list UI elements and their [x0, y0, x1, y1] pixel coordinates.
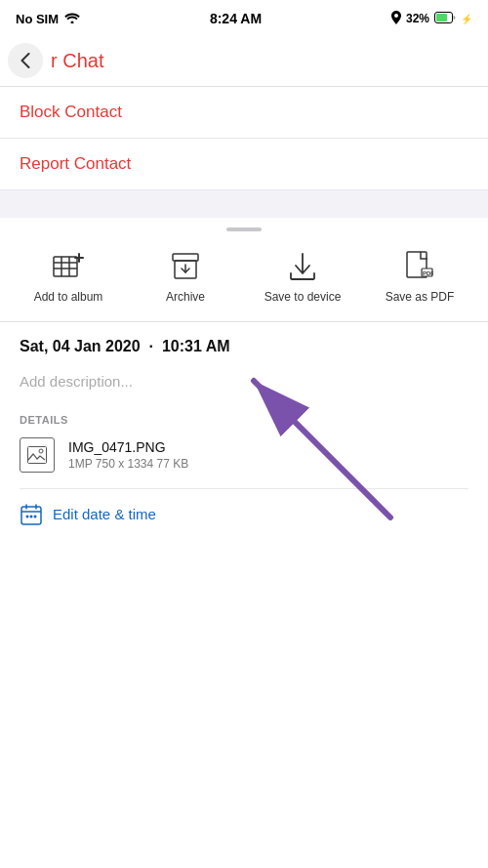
- block-contact-label: Block Contact: [20, 103, 122, 121]
- file-name: IMG_0471.PNG: [68, 439, 188, 455]
- svg-rect-9: [173, 254, 198, 261]
- status-left: No SIM: [16, 12, 80, 26]
- edit-date-text: Edit date & time: [53, 506, 156, 522]
- description-placeholder[interactable]: Add description...: [20, 373, 133, 390]
- battery-percent: 32%: [406, 12, 429, 25]
- save-as-pdf-button[interactable]: PDF Save as PDF: [376, 249, 464, 306]
- drag-handle-bar: [226, 227, 262, 231]
- wifi-icon: [64, 12, 80, 26]
- gray-separator: [0, 190, 488, 218]
- add-to-album-label: Add to album: [34, 290, 103, 306]
- calendar-icon: [20, 503, 43, 526]
- back-button[interactable]: [8, 43, 43, 78]
- svg-rect-1: [436, 14, 447, 21]
- block-contact-item[interactable]: Block Contact: [0, 87, 488, 139]
- file-details: IMG_0471.PNG 1MP 750 x 1334 77 KB: [68, 439, 188, 471]
- carrier-text: No SIM: [16, 12, 59, 26]
- save-as-pdf-label: Save as PDF: [386, 290, 455, 306]
- svg-rect-2: [54, 257, 77, 276]
- archive-label: Archive: [166, 290, 205, 306]
- svg-point-21: [26, 515, 29, 517]
- svg-point-23: [34, 515, 37, 517]
- edit-date-row[interactable]: Edit date & time: [0, 489, 488, 540]
- details-label: DETAILS: [20, 414, 468, 426]
- archive-button[interactable]: Archive: [142, 249, 229, 306]
- svg-rect-15: [28, 446, 47, 463]
- drag-handle[interactable]: [0, 218, 488, 237]
- bottom-panel: Add to album Archive Save: [0, 218, 488, 540]
- status-right: 32% ⚡: [391, 11, 472, 27]
- add-to-album-button[interactable]: Add to album: [24, 249, 112, 306]
- svg-point-16: [39, 449, 43, 453]
- svg-point-22: [30, 515, 33, 517]
- save-to-device-icon: [285, 249, 320, 284]
- svg-text:PDF: PDF: [423, 270, 433, 276]
- battery-icon: [434, 12, 456, 26]
- nav-title: r Chat: [51, 50, 103, 72]
- save-to-device-label: Save to device: [264, 290, 342, 306]
- time-display: 8:24 AM: [210, 11, 262, 26]
- report-contact-label: Report Contact: [20, 154, 131, 173]
- menu-section: Block Contact Report Contact: [0, 87, 488, 190]
- report-contact-item[interactable]: Report Contact: [0, 139, 488, 190]
- top-nav: r Chat: [0, 35, 488, 87]
- date-text: Sat, 04 Jan 2020 · 10:31 AM: [20, 338, 230, 354]
- location-icon: [391, 11, 401, 27]
- save-as-pdf-icon: PDF: [402, 249, 437, 284]
- description-section: Add description...: [0, 363, 488, 404]
- add-to-album-icon: [51, 249, 86, 284]
- status-bar: No SIM 8:24 AM 32% ⚡: [0, 0, 488, 35]
- file-info-row: IMG_0471.PNG 1MP 750 x 1334 77 KB: [20, 437, 468, 489]
- action-buttons-row: Add to album Archive Save: [0, 237, 488, 321]
- archive-icon: [168, 249, 203, 284]
- details-section: DETAILS IMG_0471.PNG 1MP 750 x 1334 77 K…: [0, 404, 488, 489]
- file-icon: [20, 437, 55, 473]
- charging-icon: ⚡: [461, 14, 472, 24]
- date-section: Sat, 04 Jan 2020 · 10:31 AM: [0, 322, 488, 363]
- save-to-device-button[interactable]: Save to device: [259, 249, 346, 306]
- file-meta: 1MP 750 x 1334 77 KB: [68, 457, 188, 471]
